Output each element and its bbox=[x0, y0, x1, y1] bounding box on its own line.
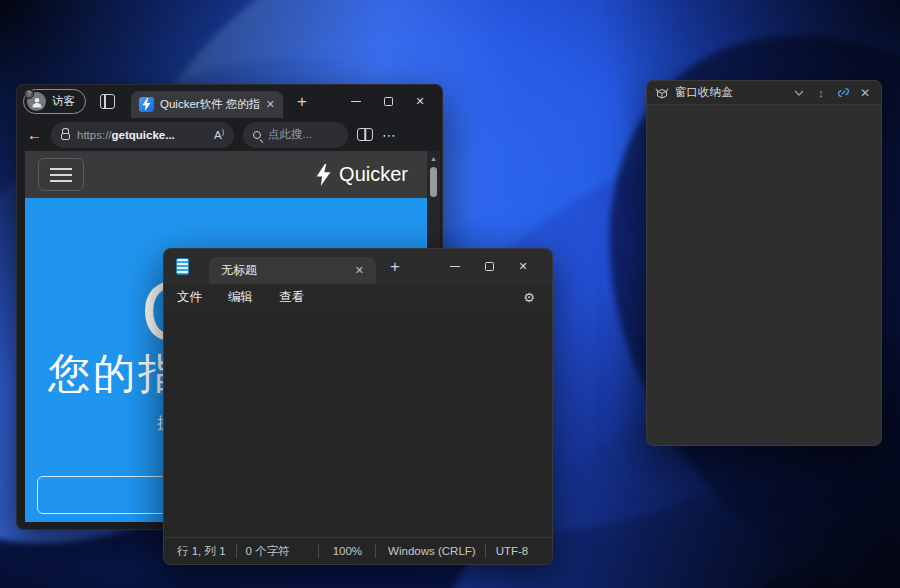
tab-close-button[interactable]: ✕ bbox=[266, 98, 275, 111]
organizer-title: 窗口收纳盒 bbox=[675, 85, 785, 100]
notepad-titlebar: 无标题 ✕ + ✕ bbox=[164, 249, 552, 284]
status-line-col: 行 1, 列 1 bbox=[177, 544, 226, 559]
chevron-down-icon bbox=[794, 90, 804, 96]
notepad-new-tab-button[interactable]: + bbox=[390, 258, 400, 275]
notepad-statusbar: 行 1, 列 1 0 个字符 100% Windows (CRLF) UTF-8 bbox=[164, 537, 552, 564]
window-organizer-box: 窗口收纳盒 ↕ ✕ bbox=[646, 80, 882, 446]
notepad-icon bbox=[176, 258, 189, 275]
back-button[interactable]: ← bbox=[27, 126, 42, 143]
link-icon bbox=[837, 86, 850, 99]
profile-label: 访客 bbox=[52, 94, 75, 109]
maximize-button[interactable] bbox=[472, 249, 506, 284]
minimize-button[interactable] bbox=[340, 85, 372, 118]
status-encoding: UTF-8 bbox=[496, 545, 529, 557]
new-tab-button[interactable]: + bbox=[297, 93, 307, 110]
status-separator bbox=[236, 544, 237, 558]
close-button[interactable]: ✕ bbox=[857, 86, 873, 100]
search-icon bbox=[253, 131, 261, 139]
address-bar[interactable]: https://getquicke... A) bbox=[51, 122, 234, 148]
hamburger-menu-button[interactable] bbox=[38, 158, 84, 191]
status-separator bbox=[485, 544, 486, 558]
split-screen-button[interactable] bbox=[357, 128, 373, 141]
edge-titlebar: ? 访客 Quicker软件 您的指 ✕ + ✕ bbox=[17, 85, 442, 118]
desktop: ? 访客 Quicker软件 您的指 ✕ + ✕ ← bbox=[0, 0, 900, 588]
site-header: Quicker bbox=[25, 151, 427, 198]
lightning-bolt-icon bbox=[316, 164, 331, 186]
status-line-ending: Windows (CRLF) bbox=[388, 545, 476, 557]
pin-link-button[interactable] bbox=[835, 86, 851, 99]
edge-navbar: ← https://getquicke... A) 点此搜... ⋯ bbox=[17, 118, 442, 151]
menu-edit[interactable]: 编辑 bbox=[228, 289, 253, 306]
resize-vertical-button[interactable]: ↕ bbox=[813, 87, 829, 99]
minimize-icon bbox=[351, 101, 361, 102]
status-separator bbox=[318, 544, 319, 558]
url-text: https://getquicke... bbox=[77, 129, 207, 141]
search-box[interactable]: 点此搜... bbox=[243, 122, 348, 148]
menu-file[interactable]: 文件 bbox=[177, 289, 202, 306]
scroll-up-button[interactable]: ▲ bbox=[430, 155, 437, 162]
notepad-tab-close-button[interactable]: ✕ bbox=[355, 264, 364, 277]
search-placeholder: 点此搜... bbox=[268, 127, 312, 142]
organizer-empty-area bbox=[647, 105, 881, 445]
tab-actions-icon[interactable] bbox=[100, 94, 115, 109]
maximize-icon bbox=[485, 262, 494, 271]
lock-icon bbox=[61, 133, 70, 140]
edge-window-controls: ✕ bbox=[340, 85, 436, 118]
collapse-button[interactable] bbox=[791, 90, 807, 96]
avatar: ? bbox=[27, 92, 46, 111]
menu-view[interactable]: 查看 bbox=[279, 289, 304, 306]
scrollbar-thumb[interactable] bbox=[430, 167, 437, 197]
guest-badge-icon: ? bbox=[24, 89, 34, 99]
profile-button[interactable]: ? 访客 bbox=[23, 89, 86, 114]
gear-icon[interactable]: ⚙ bbox=[523, 290, 539, 305]
tab-title: Quicker软件 您的指 bbox=[160, 97, 260, 112]
minimize-button[interactable] bbox=[438, 249, 472, 284]
status-zoom: 100% bbox=[333, 545, 362, 557]
notepad-tab[interactable]: 无标题 ✕ bbox=[209, 257, 376, 284]
read-aloud-button[interactable]: A) bbox=[214, 128, 224, 141]
notepad-window-controls: ✕ bbox=[438, 249, 540, 284]
status-separator bbox=[375, 544, 376, 558]
notepad-text-area[interactable] bbox=[164, 310, 552, 537]
quicker-favicon-icon bbox=[139, 97, 154, 112]
organizer-titlebar[interactable]: 窗口收纳盒 ↕ ✕ bbox=[647, 81, 881, 105]
settings-menu-button[interactable]: ⋯ bbox=[382, 127, 397, 143]
close-button[interactable]: ✕ bbox=[404, 85, 436, 118]
maximize-icon bbox=[384, 97, 393, 106]
minimize-icon bbox=[450, 266, 460, 267]
open-box-icon bbox=[655, 87, 669, 99]
site-logo[interactable]: Quicker bbox=[316, 163, 408, 186]
notepad-tab-title: 无标题 bbox=[221, 262, 347, 279]
notepad-menubar: 文件 编辑 查看 ⚙ bbox=[164, 284, 552, 310]
notepad-window: 无标题 ✕ + ✕ 文件 编辑 查看 ⚙ 行 1, 列 1 0 个字符 100%… bbox=[163, 248, 553, 565]
status-char-count: 0 个字符 bbox=[246, 544, 290, 559]
browser-tab[interactable]: Quicker软件 您的指 ✕ bbox=[131, 91, 283, 118]
close-button[interactable]: ✕ bbox=[506, 249, 540, 284]
maximize-button[interactable] bbox=[372, 85, 404, 118]
brand-name: Quicker bbox=[339, 163, 408, 186]
